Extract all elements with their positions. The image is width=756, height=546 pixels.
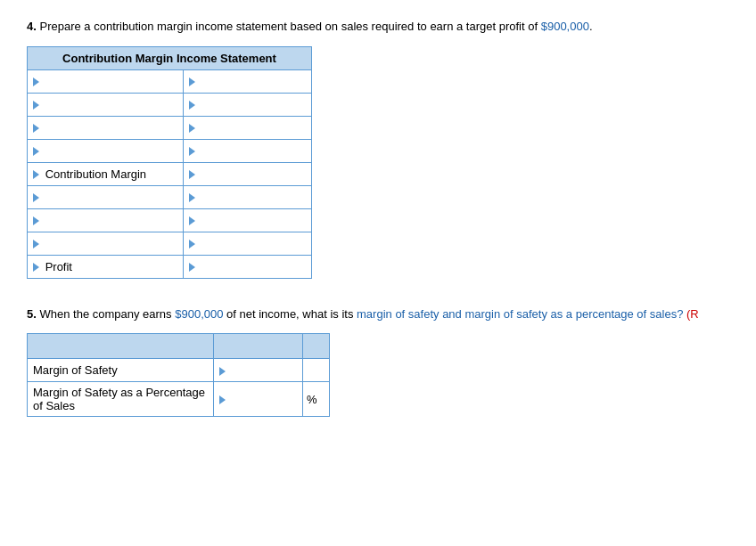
table-row [28, 93, 312, 116]
table-header: Contribution Margin Income Statement [28, 46, 312, 69]
safety-header-col2 [214, 334, 303, 359]
value-cell[interactable] [183, 116, 311, 139]
margin-of-safety-pct-value[interactable] [214, 382, 303, 417]
question-5-number: 5. [27, 307, 37, 321]
table-header-row: Contribution Margin Income Statement [28, 46, 312, 69]
safety-header-row [28, 334, 330, 359]
table-row [28, 116, 312, 139]
question-5-amount: $900,000 [175, 307, 223, 321]
arrow-icon [189, 101, 195, 110]
question-5-highlight: margin of safety and margin of safety as… [357, 307, 683, 321]
contribution-margin-label: Contribution Margin [28, 162, 184, 185]
value-cell[interactable] [183, 185, 311, 208]
question-5-body: When the company earns [39, 307, 175, 321]
margin-of-safety-row: Margin of Safety [28, 359, 330, 382]
question-5-text: 5. When the company earns $900,000 of ne… [27, 306, 729, 323]
margin-of-safety-value[interactable] [214, 359, 303, 382]
arrow-icon [189, 240, 195, 249]
profit-row: Profit [28, 255, 312, 278]
arrow-icon [33, 263, 39, 272]
arrow-icon [33, 147, 39, 156]
table-row [28, 139, 312, 162]
question-4-highlight: $900,000 [541, 20, 589, 33]
question-5: 5. When the company earns $900,000 of ne… [27, 306, 729, 418]
contribution-margin-value[interactable] [183, 162, 311, 185]
arrow-icon [33, 124, 39, 133]
table-row [28, 69, 312, 93]
profit-label: Profit [28, 255, 184, 278]
arrow-icon [189, 77, 195, 86]
value-cell[interactable] [183, 69, 311, 93]
margin-of-safety-label: Margin of Safety [28, 359, 214, 382]
label-cell [28, 232, 184, 255]
income-statement-table: Contribution Margin Income Statement [27, 46, 312, 279]
arrow-icon [33, 193, 39, 202]
profit-value[interactable] [183, 255, 311, 278]
question-5-suffix: (R [686, 307, 699, 321]
arrow-icon [219, 395, 226, 404]
question-4-number: 4. [27, 20, 37, 33]
margin-of-safety-pct-row: Margin of Safety as a Percentage of Sale… [28, 382, 330, 417]
safety-header-col1 [28, 334, 214, 359]
arrow-icon [189, 216, 195, 225]
arrow-icon [189, 263, 195, 272]
safety-table: Margin of Safety Margin of Safety as a P… [27, 333, 330, 417]
label-cell [28, 208, 184, 232]
contribution-margin-row: Contribution Margin [28, 162, 312, 185]
arrow-icon [189, 193, 195, 202]
table-row [28, 185, 312, 208]
safety-header-col3 [303, 334, 330, 359]
table-row [28, 208, 312, 232]
label-cell [28, 93, 184, 116]
margin-of-safety-pct-label: Margin of Safety as a Percentage of Sale… [28, 382, 214, 417]
arrow-icon [33, 240, 39, 249]
label-cell [28, 116, 184, 139]
question-4: 4. Prepare a contribution margin income … [27, 18, 729, 279]
value-cell[interactable] [183, 208, 311, 232]
question-4-body: Prepare a contribution margin income sta… [39, 20, 540, 33]
margin-of-safety-pct [303, 359, 330, 382]
value-cell[interactable] [183, 93, 311, 116]
question-4-text: 4. Prepare a contribution margin income … [27, 18, 729, 36]
arrow-icon [189, 147, 195, 156]
label-cell [28, 139, 184, 162]
arrow-icon [189, 170, 195, 179]
question-4-period: . [589, 20, 593, 33]
pct-symbol: % [303, 382, 330, 417]
arrow-icon [33, 170, 39, 179]
arrow-icon [219, 367, 226, 376]
arrow-icon [189, 124, 195, 133]
value-cell[interactable] [183, 139, 311, 162]
value-cell[interactable] [183, 232, 311, 255]
arrow-icon [33, 77, 39, 86]
label-cell [28, 69, 184, 93]
arrow-icon [33, 216, 39, 225]
question-5-body2: of net income, what is its [226, 307, 357, 321]
arrow-icon [33, 101, 39, 110]
label-cell [28, 185, 184, 208]
table-row [28, 232, 312, 255]
